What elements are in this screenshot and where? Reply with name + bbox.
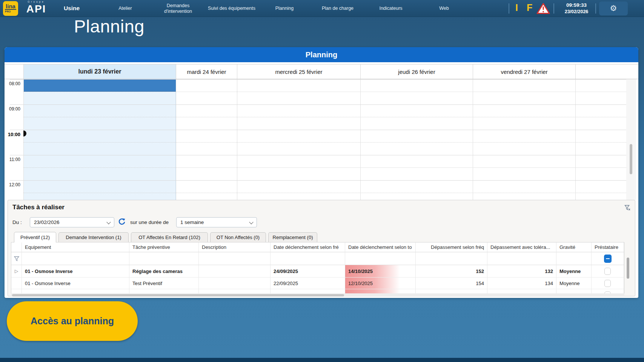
grid-column-line (360, 79, 361, 200)
selected-timeslot[interactable] (23, 79, 176, 92)
cell-dep-tol: 132 (487, 265, 556, 278)
hour-line (10, 180, 626, 181)
nav-item-plan-de-charge[interactable]: Plan de charge (322, 0, 354, 17)
column-header-description[interactable]: Description (199, 242, 271, 252)
grid-column-line (473, 79, 473, 200)
half-hour-line (23, 92, 626, 92)
refresh-icon[interactable] (118, 218, 126, 227)
grid-column-line (23, 79, 24, 200)
hour-label: 11:00 (5, 157, 20, 162)
tasks-section: Tâches à réaliser Du : 23/02/2026 sur un… (8, 200, 635, 296)
filter-cell[interactable] (129, 252, 199, 265)
from-date-select[interactable]: 23/02/2026 (30, 217, 114, 227)
cell-prestataire (592, 278, 624, 289)
tab-ot-affectes-retard[interactable]: OT Affectés En Retard (102) (131, 232, 208, 242)
filter-cell[interactable] (416, 252, 487, 265)
tasks-table: Equipement Tâche préventive Description … (11, 242, 624, 295)
table-hscrollbar-thumb[interactable] (12, 294, 344, 296)
hour-label: 08:00 (5, 81, 20, 86)
nav-item-demandes-intervention[interactable]: Demandes d'intervention (155, 0, 201, 17)
table-filter-row (11, 252, 624, 265)
indicator-f[interactable]: F (527, 2, 532, 13)
duration-value: 1 semaine (180, 219, 204, 225)
grid-column-line (176, 79, 176, 200)
bottom-bar (0, 358, 644, 362)
filter-funnel-icon[interactable] (11, 252, 22, 265)
hour-line (10, 130, 626, 130)
prestataire-checkbox[interactable] (604, 280, 611, 287)
table-row[interactable]: 01 - Osmose Inverse Test Préventif 22/09… (11, 278, 624, 289)
tab-ot-non-affectes[interactable]: OT Non Affectés (0) (210, 232, 266, 242)
tab-preventif[interactable]: Préventif (12) (14, 232, 56, 242)
column-header-equipement[interactable]: Equipement (22, 242, 129, 252)
calendar-scrollbar-thumb[interactable] (630, 144, 632, 174)
filter-cell[interactable] (271, 252, 345, 265)
table-vscrollbar-thumb[interactable] (627, 258, 629, 279)
filter-cell[interactable] (22, 252, 129, 265)
table-horizontal-scrollbar (11, 293, 624, 297)
cell-tache: Test Préventif (129, 278, 199, 289)
expand-arrow-icon[interactable]: ▷ (15, 268, 18, 274)
column-header-expander[interactable] (11, 242, 22, 252)
planning-panel: Planning lundi 23 février mardi 24 févri… (5, 47, 638, 298)
settings-button[interactable]: ⚙ (599, 2, 628, 15)
half-hour-line (23, 142, 626, 143)
column-header-prestataire[interactable]: Préstataire (592, 242, 624, 252)
nav-item-web[interactable]: Web (439, 0, 449, 17)
prestataire-filter-checkbox[interactable] (604, 255, 612, 263)
from-date-value: 23/02/2026 (34, 219, 60, 225)
nav-item-indicateurs[interactable]: Indicateurs (379, 0, 402, 17)
warning-triangle-icon[interactable] (536, 3, 550, 16)
cell-description (199, 278, 271, 289)
top-navigation-bar: lina PRO Groupe API Usine Atelier Demand… (0, 0, 644, 17)
indicator-i[interactable]: I (515, 2, 518, 13)
cell-date-tol: 14/10/2025 (345, 265, 416, 278)
duration-label: sur une durée de (130, 219, 169, 225)
tab-demande-intervention[interactable]: Demande Intervention (1) (58, 232, 129, 242)
nav-item-suivi-equipements[interactable]: Suivi des équipements (208, 0, 255, 17)
prestataire-checkbox[interactable] (604, 268, 611, 275)
day-header-lundi[interactable]: lundi 23 février (23, 64, 176, 79)
column-header-gravite[interactable]: Gravité (556, 242, 592, 252)
column-header-tache[interactable]: Tâche préventive (129, 242, 199, 252)
day-header-mardi[interactable]: mardi 24 février (176, 64, 237, 79)
half-hour-line (23, 117, 626, 117)
filter-cell[interactable] (345, 252, 416, 265)
day-header-jeudi[interactable]: jeudi 26 février (360, 64, 473, 79)
row-expander: ▷ (11, 265, 22, 278)
topbar-separator (509, 3, 509, 14)
column-header-date-freq[interactable]: Date déclenchement selon fré (271, 242, 345, 252)
half-hour-line (23, 193, 626, 193)
calendar-grid[interactable]: 08:00 09:00 10:00 11:00 12:00 (5, 79, 638, 200)
lina-pro-logo: lina PRO (3, 1, 18, 16)
nav-item-planning[interactable]: Planning (275, 0, 294, 17)
gear-icon: ⚙ (610, 5, 617, 12)
acces-planning-button[interactable]: Accès au planning (7, 301, 138, 341)
tab-remplacement[interactable]: Remplacement (0) (268, 232, 317, 242)
day-header-mercredi[interactable]: mercredi 25 février (237, 64, 360, 79)
cell-date-tol: 12/10/2025 (345, 278, 416, 289)
column-header-date-tol[interactable]: Date déclenchement selon to (345, 242, 416, 252)
cell-gravite: Moyenne (556, 278, 592, 289)
filter-cell[interactable] (556, 252, 592, 265)
row-expander (11, 278, 22, 289)
clear-filter-icon[interactable] (624, 205, 630, 212)
column-header-dep-tol[interactable]: Dépassement avec toléra... (487, 242, 556, 252)
groupe-api-logo: Groupe API (21, 1, 51, 14)
filter-cell-prestataire (592, 252, 624, 265)
duration-select[interactable]: 1 semaine (176, 217, 257, 227)
cell-gravite: Moyenne (556, 265, 592, 278)
nav-item-atelier[interactable]: Atelier (118, 0, 132, 17)
day-header-vendredi[interactable]: vendredi 27 février (473, 64, 575, 79)
page-title: Planning (74, 16, 144, 37)
nav-item-usine[interactable]: Usine (64, 0, 80, 17)
cell-date-freq: 24/09/2025 (271, 265, 345, 278)
time-gutter-header (5, 64, 23, 79)
clock: 09:59:33 23/02/2026 (556, 2, 597, 15)
table-header-row: Equipement Tâche préventive Description … (11, 242, 624, 252)
filter-cell[interactable] (487, 252, 556, 265)
column-header-dep-freq[interactable]: Dépassement selon fréq (416, 242, 487, 252)
filter-cell[interactable] (199, 252, 271, 265)
table-row[interactable]: ▷ 01 - Osmose Inverse Réglage des camera… (11, 265, 624, 278)
hour-line (10, 155, 626, 155)
